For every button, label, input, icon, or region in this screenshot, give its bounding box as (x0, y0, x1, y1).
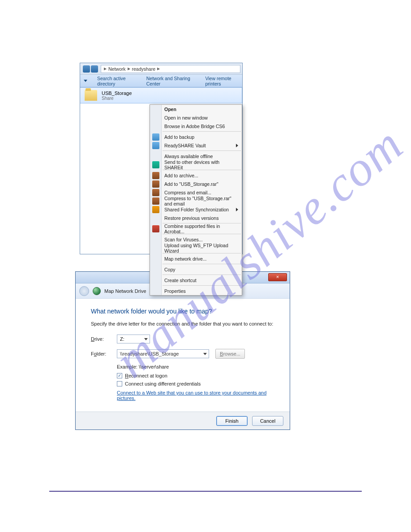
chevron-right-icon: ▶ (157, 67, 160, 71)
explorer-content[interactable]: USB_Storage Share Open Open in new windo… (80, 87, 242, 254)
dialog-heading: What network folder would you like to ma… (91, 308, 278, 315)
dropdown-icon[interactable] (84, 80, 87, 82)
backup-icon (152, 133, 159, 141)
explorer-titlebar: ▶ Network ▶ readyshare ▶ (80, 63, 242, 75)
archive-icon (152, 180, 159, 188)
chevron-right-icon: ▶ (104, 67, 107, 71)
different-creds-label: Connect using different credentials (125, 381, 201, 386)
finish-button[interactable]: Finish (216, 416, 248, 426)
submenu-arrow-icon (236, 144, 238, 147)
ctx-compress-to-email[interactable]: Compress to "USB_Storage.rar" and email (150, 197, 242, 205)
dropdown-icon (144, 338, 148, 340)
explorer-window: ▶ Network ▶ readyshare ▶ Search active d… (80, 63, 243, 254)
close-button[interactable]: × (268, 273, 287, 281)
sync-icon (152, 206, 159, 213)
acrobat-icon (152, 225, 159, 232)
folder-icon (85, 90, 97, 101)
breadcrumb-network[interactable]: Network (108, 66, 126, 72)
connect-website-link[interactable]: Connect to a Web site that you can use t… (117, 390, 266, 401)
ctx-add-backup[interactable]: Add to backup (150, 133, 242, 141)
folder-name: USB_Storage (102, 90, 132, 96)
different-creds-checkbox-row[interactable]: Connect using different credentials (117, 381, 278, 386)
archive-icon (152, 197, 159, 205)
vault-icon (152, 142, 159, 149)
back-icon[interactable] (79, 286, 89, 296)
example-text: Example: \\server\share (117, 364, 278, 369)
folder-subtitle: Share (102, 96, 132, 101)
forward-button[interactable] (91, 65, 98, 73)
ctx-upload-wsftp[interactable]: Upload using WS_FTP Upload Wizard (150, 244, 242, 252)
explorer-toolbar: Search active directory Network and Shar… (80, 75, 242, 87)
submenu-arrow-icon (236, 208, 238, 211)
ctx-open-new-window[interactable]: Open in new window (150, 113, 242, 122)
reconnect-label: Reconnect at logon (125, 373, 167, 378)
reconnect-checkbox-row[interactable]: ✓ Reconnect at logon (117, 373, 278, 378)
drive-label: Drive: (91, 336, 114, 342)
cancel-button[interactable]: Cancel (252, 416, 283, 426)
ctx-copy[interactable]: Copy (150, 265, 242, 274)
ctx-readyshare-vault[interactable]: ReadySHARE Vault (150, 141, 242, 150)
shareit-icon (152, 161, 159, 168)
ctx-send-shareit[interactable]: Send to other devices with SHAREit (150, 160, 242, 169)
ctx-browse-bridge[interactable]: Browse in Adobe Bridge CS6 (150, 122, 242, 130)
folder-input[interactable]: \\readyshare\USB_Storage (117, 349, 209, 358)
ctx-restore-previous[interactable]: Restore previous versions (150, 214, 242, 222)
context-menu: Open Open in new window Browse in Adobe … (150, 104, 242, 296)
network-drive-icon (93, 287, 101, 295)
page-divider (49, 491, 362, 492)
folder-item-usb-storage[interactable]: USB_Storage Share (80, 87, 242, 103)
chevron-right-icon: ▶ (128, 67, 130, 71)
folder-value: \\readyshare\USB_Storage (120, 351, 179, 356)
ctx-create-shortcut[interactable]: Create shortcut (150, 276, 242, 284)
dialog-instruction: Specify the drive letter for the connect… (91, 321, 278, 326)
ctx-properties[interactable]: Properties (150, 287, 242, 295)
ctx-combine-acrobat[interactable]: Combine supported files in Acrobat... (150, 224, 242, 233)
toolbar-network-center[interactable]: Network and Sharing Center (146, 76, 197, 86)
dialog-footer: Finish Cancel (76, 412, 290, 429)
folder-label: Folder: (91, 351, 114, 356)
ctx-open[interactable]: Open (150, 105, 242, 113)
drive-select[interactable]: Z: (117, 335, 150, 343)
ctx-add-archive[interactable]: Add to archive... (150, 171, 242, 180)
browse-button[interactable]: Browse... (215, 349, 245, 359)
breadcrumb[interactable]: ▶ Network ▶ readyshare ▶ (101, 65, 240, 73)
toolbar-remote-printers[interactable]: View remote printers (205, 76, 242, 86)
checkbox-checked-icon[interactable]: ✓ (117, 373, 122, 378)
drive-value: Z: (120, 336, 124, 342)
dialog-title: Map Network Drive (104, 288, 146, 294)
dropdown-icon (203, 353, 207, 355)
archive-icon (152, 189, 159, 196)
ctx-add-to-rar[interactable]: Add to "USB_Storage.rar" (150, 180, 242, 188)
breadcrumb-readyshare[interactable]: readyshare (132, 66, 156, 72)
archive-icon (152, 172, 159, 179)
back-button[interactable] (83, 65, 90, 73)
nav-buttons (83, 65, 98, 73)
checkbox-unchecked-icon[interactable] (117, 381, 122, 386)
toolbar-search-directory[interactable]: Search active directory (97, 76, 138, 86)
ctx-shared-folder-sync[interactable]: Shared Folder Synchronization (150, 205, 242, 214)
ctx-map-network-drive[interactable]: Map network drive... (150, 254, 242, 263)
